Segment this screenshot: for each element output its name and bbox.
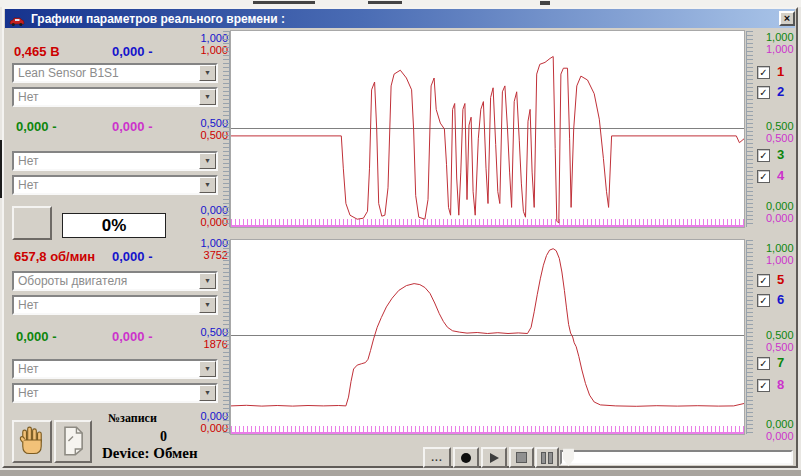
progress-indicator: 0% [62, 213, 166, 238]
signal-select-7-value: Нет [14, 361, 198, 377]
param1-current-value: 0,465 В [14, 44, 60, 59]
desktop-strip [0, 470, 801, 476]
signal-select-6-value: Нет [14, 297, 198, 313]
signal-select-2-value: Нет [14, 89, 198, 105]
channel-7-checkbox[interactable]: ✓ [757, 357, 770, 370]
bottom-chart-plot [230, 239, 745, 435]
channel-5-label: 5 [777, 272, 784, 287]
channel-1-label: 1 [777, 64, 784, 79]
close-button close-icon[interactable]: × [779, 11, 795, 26]
channel-8-label: 8 [777, 377, 784, 392]
chevron-down-icon[interactable]: ▼ [199, 177, 216, 193]
signal-select-8-value: Нет [14, 385, 198, 401]
chevron-down-icon[interactable]: ▼ [199, 273, 216, 289]
channel-6-checkbox[interactable]: ✓ [757, 294, 770, 307]
param5-current-value: 657,8 об/мин [14, 249, 95, 264]
document-icon [56, 443, 87, 460]
param4-current-value: 0,000 - [112, 119, 152, 134]
background-text-fragment [253, 1, 315, 4]
signal-select-3-value: Нет [14, 153, 198, 169]
log-page-button[interactable] [54, 420, 92, 463]
top-chart-left-ruler [223, 31, 230, 227]
record-button[interactable] [453, 447, 479, 468]
axis-label: 1,000 [766, 43, 800, 55]
pause-icon [541, 452, 553, 464]
more-button[interactable]: ... [423, 447, 451, 468]
axis-label: 1,000 [766, 31, 800, 43]
chevron-down-icon[interactable]: ▼ [199, 89, 216, 105]
channel-6-label: 6 [777, 292, 784, 307]
channel-2-checkbox[interactable]: ✓ [757, 86, 770, 99]
channel-3-checkbox[interactable]: ✓ [757, 149, 770, 162]
channel-5-checkbox[interactable]: ✓ [757, 274, 770, 287]
blank-button[interactable] [12, 206, 52, 240]
signal-select-7[interactable]: Нет ▼ [12, 359, 218, 379]
axis-label: 0,000 [766, 418, 800, 430]
signal-select-1[interactable]: Lean Sensor B1S1 ▼ [12, 63, 218, 83]
ellipsis-icon: ... [431, 454, 442, 462]
param3-current-value: 0,000 - [16, 119, 56, 134]
signal-select-8[interactable]: Нет ▼ [12, 383, 218, 403]
record-number-label: №записи [108, 411, 157, 426]
channel-4-label: 4 [777, 168, 784, 183]
signal-select-6[interactable]: Нет ▼ [12, 295, 218, 315]
bottom-chart-right-ruler [746, 240, 753, 434]
stop-hand-button[interactable] [12, 420, 52, 463]
axis-label: 1,000 [766, 254, 800, 266]
bottom-chart-trace [231, 240, 744, 434]
top-chart-right-ruler [746, 31, 753, 227]
signal-select-1-value: Lean Sensor B1S1 [14, 65, 198, 81]
signal-select-4[interactable]: Нет ▼ [12, 175, 218, 195]
stop-button[interactable] [509, 447, 534, 468]
channel-7-label: 7 [777, 355, 784, 370]
record-icon [461, 453, 471, 463]
axis-label: 0,000 [766, 212, 800, 224]
signal-select-5[interactable]: Обороты двигателя ▼ [12, 271, 218, 291]
channel-1-checkbox[interactable]: ✓ [757, 66, 770, 79]
chevron-down-icon[interactable]: ▼ [199, 153, 216, 169]
signal-select-3[interactable]: Нет ▼ [12, 151, 218, 171]
channel-8-checkbox[interactable]: ✓ [757, 379, 770, 392]
param7-current-value: 0,000 - [16, 329, 56, 344]
top-chart-plot [230, 30, 745, 228]
stop-icon [516, 452, 527, 463]
param2-current-value: 0,000 - [112, 44, 152, 59]
background-text-fragment [368, 1, 402, 4]
bottom-chart-left-ruler [223, 240, 230, 434]
window-title: Графики параметров реального времени : [31, 12, 285, 26]
background-text-fragment [540, 1, 550, 5]
screen: Графики параметров реального времени : ×… [0, 0, 801, 476]
axis-label: 0,500 [766, 132, 800, 144]
channel-2-label: 2 [777, 84, 784, 99]
record-number-value: 0 [160, 429, 167, 445]
signal-select-4-value: Нет [14, 177, 198, 193]
car-icon [9, 13, 25, 24]
chevron-down-icon[interactable]: ▼ [199, 297, 216, 313]
chevron-down-icon[interactable]: ▼ [199, 385, 216, 401]
axis-label: 0,500 [766, 329, 800, 341]
background-window-sliver [0, 0, 801, 7]
signal-select-2[interactable]: Нет ▼ [12, 87, 218, 107]
chevron-down-icon[interactable]: ▼ [199, 361, 216, 377]
top-chart-trace [231, 31, 744, 227]
chevron-down-icon[interactable]: ▼ [199, 65, 216, 81]
signal-select-5-value: Обороты двигателя [14, 273, 198, 289]
playback-position-track[interactable] [560, 450, 793, 465]
hand-icon [14, 442, 47, 459]
play-button[interactable] [481, 447, 507, 468]
play-icon [490, 453, 499, 463]
pause-button[interactable] [535, 447, 559, 468]
axis-label: 1,000 [766, 242, 800, 254]
channel-3-label: 3 [777, 147, 784, 162]
param8-current-value: 0,000 - [112, 329, 152, 344]
axis-label: 0,000 [766, 430, 800, 442]
param6-current-value: 0,000 - [112, 249, 152, 264]
axis-label: 0,500 [766, 341, 800, 353]
device-status: Device: Обмен [102, 445, 198, 462]
channel-4-checkbox[interactable]: ✓ [757, 170, 770, 183]
axis-label: 0,000 [766, 200, 800, 212]
axis-label: 0,500 [766, 120, 800, 132]
titlebar[interactable]: Графики параметров реального времени : [5, 9, 795, 28]
